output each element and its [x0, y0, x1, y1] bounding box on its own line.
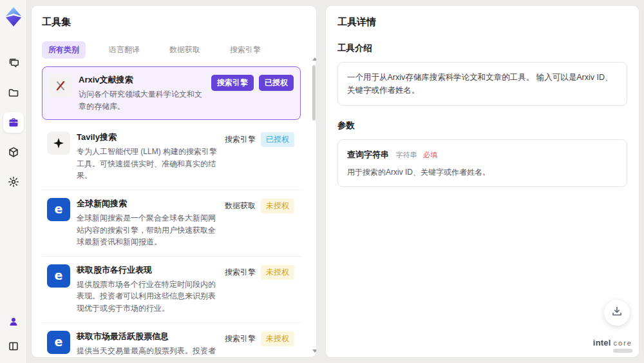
- param-box: 查询字符串 字符串 必填 用于搜索的Arxiv ID、关键字或作者姓名。: [337, 139, 627, 187]
- tool-description: 全球新闻搜索是一个聚合全球各大新闻网站内容的搜索引擎，帮助用户快速获取全球最新资…: [77, 212, 218, 248]
- settings-icon: [8, 176, 19, 188]
- list-scrollbar[interactable]: [312, 57, 316, 353]
- tool-auth-badge: 未授权: [261, 199, 294, 213]
- news-app-icon: e: [47, 331, 70, 354]
- sidebar-nav: [3, 53, 24, 192]
- tool-auth-badge: 已授权: [261, 132, 294, 147]
- tool-description: 提供股票市场各个行业在特定时间段内的表现。投资者可以利用这些信息来识别表现优于或…: [77, 279, 218, 315]
- params-heading: 参数: [337, 120, 627, 132]
- tool-category-label: 搜索引擎: [225, 267, 256, 278]
- param-description: 用于搜索的Arxiv ID、关键字或作者姓名。: [347, 166, 618, 178]
- tools-panel: 工具集 所有类别语言翻译数据获取搜索引擎 Arxiv文献搜索 访问各个研究领域大…: [31, 5, 317, 358]
- sidebar-item-cube[interactable]: [3, 142, 24, 162]
- tool-row[interactable]: Arxiv文献搜索 访问各个研究领域大量科学论文和文章的存储库。 搜索引擎 已授…: [42, 66, 301, 120]
- tool-name: 获取股市各行业表现: [77, 264, 218, 276]
- param-type: 字符串: [395, 151, 417, 159]
- intel-wordmark: intel: [593, 338, 611, 348]
- scroll-down-arrow[interactable]: [312, 349, 317, 353]
- folder-icon: [8, 87, 19, 99]
- intel-core-logo: intel core: [593, 338, 632, 348]
- download-icon: [611, 306, 623, 320]
- sidebar-item-user[interactable]: [5, 313, 23, 331]
- tavily-icon: [47, 132, 70, 155]
- toolbox-icon: [8, 117, 19, 128]
- tool-description: 专为人工智能代理 (LLM) 构建的搜索引擎工具。可快速提供实时、准确和真实的结…: [77, 146, 218, 182]
- tool-row[interactable]: e 获取股市各行业表现 提供股票市场各个行业在特定时间段内的表现。投资者可以利用…: [42, 257, 301, 323]
- tool-name: 全球新闻搜索: [77, 198, 218, 210]
- download-button[interactable]: [604, 300, 630, 326]
- tool-name: Tavily搜索: [77, 132, 218, 143]
- tool-category-label: 搜索引擎: [211, 75, 254, 91]
- category-tab[interactable]: 所有类别: [42, 41, 86, 59]
- user-icon: [8, 316, 19, 328]
- cube-icon: [8, 146, 19, 158]
- tool-auth-badge: 未授权: [261, 265, 294, 280]
- param-name: 查询字符串: [347, 150, 389, 159]
- param-header: 查询字符串 字符串 必填: [347, 148, 618, 161]
- app-logo: [4, 6, 23, 27]
- tool-row[interactable]: e 全球新闻搜索 全球新闻搜索是一个聚合全球各大新闻网站内容的搜索引擎，帮助用户…: [42, 190, 301, 257]
- sidebar-item-panel-toggle[interactable]: [5, 337, 23, 355]
- core-wordmark: core: [614, 339, 632, 347]
- sidebar-item-chat[interactable]: [3, 53, 24, 74]
- tool-list: Arxiv文献搜索 访问各个研究领域大量科学论文和文章的存储库。 搜索引擎 已授…: [42, 66, 307, 355]
- scrollbar-thumb[interactable]: [312, 65, 316, 121]
- tool-auth-badge: 已授权: [259, 75, 294, 91]
- intro-text: 一个用于从Arxiv存储库搜索科学论文和文章的工具。 输入可以是Arxiv ID…: [347, 71, 618, 97]
- tool-category-label: 数据获取: [225, 201, 256, 211]
- sidebar-bottom: [5, 313, 23, 355]
- news-app-icon: e: [47, 264, 70, 288]
- news-app-icon: e: [47, 198, 70, 221]
- tool-detail-panel: 工具详情 工具介绍 一个用于从Arxiv存储库搜索科学论文和文章的工具。 输入可…: [325, 5, 639, 358]
- category-tabs: 所有类别语言翻译数据获取搜索引擎: [42, 41, 307, 59]
- category-tab[interactable]: 语言翻译: [102, 41, 146, 59]
- panel-toggle-icon: [8, 340, 19, 352]
- sidebar-item-folder[interactable]: [3, 83, 24, 103]
- arxiv-icon: [49, 74, 72, 97]
- core-sub-badge: [613, 349, 632, 353]
- detail-panel-title: 工具详情: [337, 16, 627, 28]
- tool-category-label: 搜索引擎: [225, 134, 256, 145]
- scroll-up-arrow[interactable]: [312, 57, 317, 61]
- tool-description: 访问各个研究领域大量科学论文和文章的存储库。: [79, 88, 205, 112]
- param-required-badge: 必填: [423, 151, 437, 159]
- app-sidebar: [0, 0, 27, 363]
- category-tab[interactable]: 搜索引擎: [223, 41, 267, 59]
- sidebar-item-settings[interactable]: [3, 172, 24, 192]
- sidebar-item-toolbox[interactable]: [3, 112, 24, 133]
- tool-description: 提供当天交易量最高的股票列表。投资者可以利用这些信息来识别流动性强的股票和潜在的…: [77, 345, 218, 355]
- tool-category-label: 搜索引擎: [225, 333, 256, 344]
- tools-panel-title: 工具集: [42, 16, 307, 28]
- intro-heading: 工具介绍: [337, 43, 627, 54]
- chat-icon: [8, 57, 19, 69]
- category-tab[interactable]: 数据获取: [163, 41, 207, 59]
- tool-row[interactable]: e 获取市场最活跃股票信息 提供当天交易量最高的股票列表。投资者可以利用这些信息…: [42, 323, 301, 355]
- tool-auth-badge: 未授权: [261, 331, 294, 346]
- intro-box: 一个用于从Arxiv存储库搜索科学论文和文章的工具。 输入可以是Arxiv ID…: [337, 62, 627, 106]
- tool-name: 获取市场最活跃股票信息: [77, 331, 218, 342]
- tool-name: Arxiv文献搜索: [79, 74, 205, 86]
- tool-row[interactable]: Tavily搜索 专为人工智能代理 (LLM) 构建的搜索引擎工具。可快速提供实…: [42, 124, 301, 190]
